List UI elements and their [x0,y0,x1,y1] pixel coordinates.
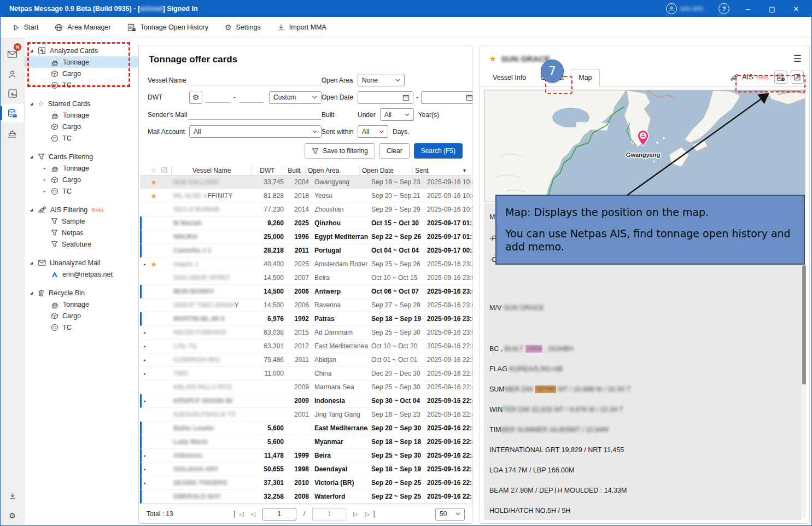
row-expand-icon[interactable]: ▸ [142,262,148,267]
sidebar-item-ais-filtering[interactable]: ◢AIS FilteringBeta [25,204,138,215]
minimize-button[interactable]: – [737,1,759,16]
expander-icon[interactable]: ◢ [29,291,34,295]
rail-settings-button[interactable]: ⚙ [1,506,24,525]
senders-mail-input[interactable] [189,109,322,120]
sidebar-item-unanalyzed-mail[interactable]: ◢Unanalyzed Mail [25,257,138,268]
row-expand-icon[interactable]: ▸ [142,344,148,349]
import-mma-button[interactable]: Import MMA [277,24,326,31]
open-date-to-input[interactable] [421,91,473,104]
prev-page-button[interactable]: ◁ [250,511,255,518]
row-expand-icon[interactable]: ▸ [142,481,148,486]
rail-download-button[interactable] [1,487,24,505]
sidebar-item-starred-cards-tonnage[interactable]: Tonnage [25,109,138,121]
row-expand-icon[interactable]: ▸ [142,358,148,363]
open-history-button[interactable] [774,71,787,84]
table-row[interactable]: GREAT TWO GRINAY14,5002006RavennaSep 27 … [140,299,471,312]
expander-icon[interactable]: ▸ [42,178,47,182]
tab-vessel-info[interactable]: Vessel Info [486,69,533,86]
dwt-min-input[interactable] [206,92,230,103]
table-row[interactable]: MARTIN-BL.MI II6,9761992PatrasSep 18 ~ S… [140,312,471,326]
sidebar-item-recycle-bin-tc[interactable]: TCTC [25,322,138,333]
table-row[interactable]: Lady Maria5,600MyanmarSep 18 ~ Sep 18202… [140,435,471,449]
open-area-column-header[interactable]: Open Area [306,167,359,174]
expander-icon[interactable]: ◢ [29,102,34,106]
expander-icon[interactable]: ◢ [29,49,34,53]
sort-desc-icon[interactable]: ▼ [460,168,471,173]
save-to-filtering-button[interactable]: Save to filtering [305,143,375,159]
row-star-icon[interactable]: ★ [148,192,159,200]
settings-button[interactable]: ⚙Settings [225,24,261,31]
table-row[interactable]: SEA of BUNNIE77,2302014ZhoushanSep 29 ~ … [140,203,471,217]
sidebar-item-cards-filtering-tc[interactable]: ▸TCTC [25,185,138,197]
built-select[interactable]: All [380,108,414,121]
open-area-select[interactable]: None [358,74,405,86]
position-map[interactable]: Gwangyang [484,90,805,202]
row-star-icon[interactable]: ★ [148,260,159,268]
dwt-max-input[interactable] [239,92,264,103]
expander-icon[interactable]: ◢ [29,155,34,159]
sidebar-item-analyzed-cards[interactable]: ◢Analyzed Cards [25,45,138,56]
scrollbar-thumb[interactable] [802,265,806,384]
sidebar-item-analyzed-cards-cargo[interactable]: Cargo [25,68,138,79]
sidebar-item-starred-cards[interactable]: ◢☆Starred Cards [25,98,138,109]
clear-button[interactable]: Clear [379,143,410,159]
table-row[interactable]: MUN BOWAY14,5002006AntwerpOct 06 ~ Oct 0… [140,285,471,299]
table-row[interactable]: Camellia J 128,2182011PortugalOct 04 ~ O… [140,244,471,258]
first-page-button[interactable]: ▏◁ [234,511,243,518]
ais-button[interactable]: AISBeta [730,73,769,81]
expander-icon[interactable]: ▸ [42,166,47,171]
table-row[interactable]: ▸★mapris 140,4002025Amsterdam Rotter...S… [140,258,471,271]
sidebar-item-cards-filtering-cargo[interactable]: ▸Cargo [25,174,138,185]
row-star-icon[interactable]: ★ [148,178,159,186]
dwt-preset-select[interactable]: Custom [269,91,322,104]
check-column-header[interactable] [159,167,171,174]
sidebar-item-ais-filtering-sample[interactable]: Sample [25,215,138,227]
sidebar-item-ais-filtering-seafuture[interactable]: Seafuture [25,238,138,250]
rail-vessel-button[interactable] [1,124,24,142]
dwt-column-header[interactable]: DWT [252,167,283,174]
table-row[interactable]: SAILUMUR SPIRIT14,5002007BeiraOct 10 ~ O… [140,271,471,285]
row-expand-icon[interactable]: ▸ [142,467,148,472]
rail-mail-button[interactable]: N [1,45,24,63]
table-row[interactable]: ▸KRSPCF INSSIN BI2009IndonesiaSep 30 ~ O… [140,394,471,408]
row-expand-icon[interactable]: ▸ [142,330,148,335]
table-row[interactable]: ▸COMPAGH BIG75,4862011AbidjanOct 01 ~ Oc… [140,353,471,367]
table-row[interactable]: ▸TIBS11,000ChinaDec 20 ~ Dec 302025-09-1… [140,367,471,381]
start-button[interactable]: Start [13,24,38,31]
table-row[interactable]: ★WL ALNC AFFINITY81,8282018YeosuSep 20 ~… [140,189,471,203]
maximize-button[interactable]: ▢ [761,1,783,16]
tonnage-open-history-button[interactable]: Tonnage Open History [127,24,208,32]
tab-map[interactable]: Map [571,69,599,87]
sidebar-item-recycle-bin-cargo[interactable]: Cargo [25,310,138,322]
table-row[interactable]: NINJRA25,0001996Egypt Mediterrane...Sep … [140,230,471,244]
sidebar-item-recycle-bin-tonnage[interactable]: Tonnage [25,299,138,310]
rail-card-analysis-button[interactable]: ♠ [1,84,24,103]
rail-cards-button[interactable] [1,104,24,122]
table-row[interactable]: ▸Aldamsis11,4781999BeiraSep 25 ~ Sep 302… [140,449,471,463]
sidebar-item-unanalyzed-mail-erin-netpas-net[interactable]: erin@netpas.net [25,268,138,280]
built-column-header[interactable]: Built [283,167,305,174]
sidebar-item-analyzed-cards-tc[interactable]: TCTC [25,79,138,91]
area-manager-button[interactable]: Area Manager [55,24,110,32]
sent-within-select[interactable]: All [358,125,388,138]
table-row[interactable]: ★NLB GALLAND33,7452004GwangyangSep 19 ~ … [140,176,471,189]
table-row[interactable]: ▸OOLIAHA ARY50,6551998DeendayalSep 18 ~ … [140,463,471,476]
panel-menu-icon[interactable]: ☰ [793,53,802,65]
rail-contacts-button[interactable] [1,65,24,83]
table-row[interactable]: M Mariah9,2602025QinzhouOct 15 ~ Oct 302… [140,217,471,230]
memo-button[interactable] [791,71,804,84]
sidebar-item-starred-cards-tc[interactable]: TCTC [25,132,138,144]
next-page-button[interactable]: ▷ [353,511,358,518]
table-row[interactable]: Baltic Leader5,600East Mediterranea...Se… [140,422,471,435]
help-button[interactable]: ? [713,1,735,16]
vessel-name-column-header[interactable]: Vessel Name [172,167,252,174]
table-row[interactable]: ▸SEAMS THIUERS37,3012010Victoria (BR)Sep… [140,476,471,490]
sidebar-item-ais-filtering-netpas[interactable]: Netpas [25,227,138,238]
table-row[interactable]: KBLAIS RILLS RTG2009Marmara SeaSep 25 ~ … [140,381,471,394]
sidebar-item-starred-cards-cargo[interactable]: Cargo [25,121,138,132]
search-button[interactable]: Search (F5) [414,143,463,159]
sidebar-item-analyzed-cards-tonnage[interactable]: Tonnage [25,56,138,68]
table-row[interactable]: NJENJSLFWSLIII TS2001Jing Tang GangSep 1… [140,408,471,422]
page-size-select[interactable]: 50 [435,508,465,521]
row-expand-icon[interactable]: ▸ [142,371,148,376]
